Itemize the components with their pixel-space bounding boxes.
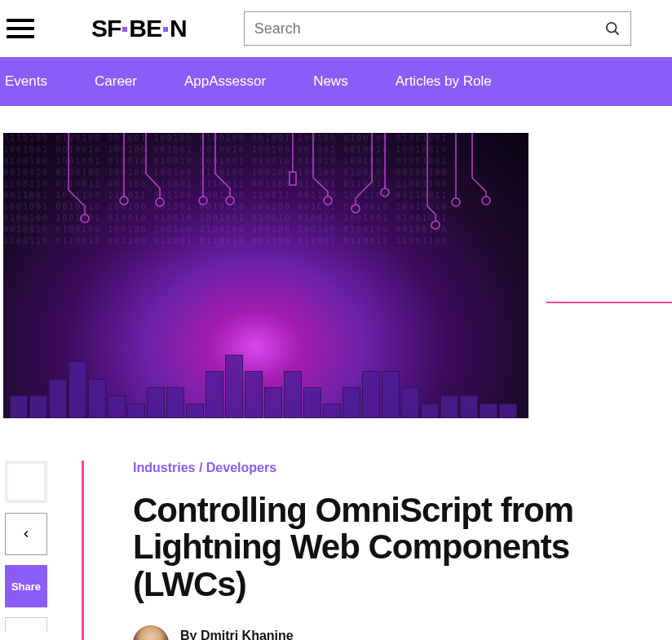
share-button[interactable]: Share: [5, 565, 47, 607]
nav-item-articles-by-role[interactable]: Articles by Role: [396, 73, 492, 90]
search-box[interactable]: [244, 11, 631, 46]
svg-rect-7: [290, 172, 296, 185]
nav-item-appassessor[interactable]: AppAssessor: [184, 73, 266, 90]
svg-point-12: [452, 198, 460, 206]
svg-point-2: [81, 214, 89, 223]
svg-point-8: [324, 196, 332, 205]
hero-image: 0110100 0100100 001001 100100 0100100 00…: [3, 133, 528, 418]
search-input[interactable]: [254, 20, 604, 38]
prev-button[interactable]: [5, 513, 47, 555]
accent-divider: [546, 302, 672, 303]
nav-item-news[interactable]: News: [313, 73, 348, 90]
svg-point-5: [199, 196, 207, 205]
svg-point-9: [351, 205, 360, 213]
article-title: Controlling OmniScript from Lightning We…: [133, 492, 672, 602]
article-accent-border: [82, 461, 84, 640]
svg-point-6: [226, 196, 234, 205]
search-container: [244, 11, 631, 46]
content-area: Share Industries / Developers Controllin…: [0, 461, 672, 640]
share-label: Share: [11, 580, 41, 593]
svg-point-4: [156, 198, 164, 206]
svg-line-1: [615, 31, 619, 35]
rail-placeholder: [5, 461, 47, 503]
chevron-left-icon: [20, 528, 32, 540]
nav-item-career[interactable]: Career: [95, 73, 137, 90]
search-icon[interactable]: [604, 20, 621, 37]
byline: By Dmitri Khanine November 10, 2023: [133, 625, 672, 640]
nav-item-events[interactable]: Events: [5, 73, 47, 90]
site-logo[interactable]: SFBEN: [91, 15, 187, 42]
svg-point-0: [607, 23, 617, 33]
share-rail: Share: [0, 461, 82, 640]
article-category[interactable]: Industries / Developers: [133, 461, 672, 475]
menu-toggle[interactable]: [7, 19, 34, 38]
svg-point-10: [381, 188, 389, 196]
author-avatar[interactable]: [133, 625, 169, 640]
rail-bottom-placeholder: [5, 617, 47, 632]
svg-point-11: [431, 221, 440, 229]
svg-point-13: [482, 196, 490, 205]
author-name[interactable]: By Dmitri Khanine: [180, 629, 294, 640]
svg-point-3: [120, 196, 128, 205]
primary-nav: Events Career AppAssessor News Articles …: [0, 57, 672, 106]
site-header: SFBEN: [0, 0, 672, 57]
article-main: Industries / Developers Controlling Omni…: [133, 461, 672, 640]
hero-blocks-decoration: [3, 345, 528, 418]
